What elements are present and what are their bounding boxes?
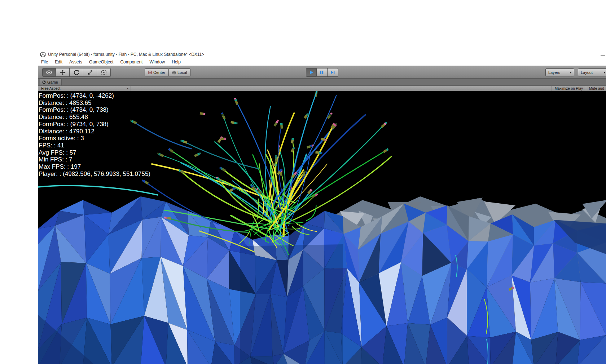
debug-line: Min FPS: : 7 bbox=[39, 156, 150, 163]
window-title: Unity Personal (64bit) - forms.unity - F… bbox=[48, 52, 204, 57]
rotate-tool-icon bbox=[74, 70, 79, 75]
debug-overlay: FormPos: : (4734, 0, -4262) Distance: : … bbox=[39, 92, 150, 177]
transform-tool-group bbox=[42, 68, 111, 77]
debug-line: Distance: : 4790.112 bbox=[39, 128, 150, 135]
debug-line: FormPos: : (9734, 0, 738) bbox=[39, 121, 150, 128]
layers-dropdown[interactable]: Layers ▾ bbox=[545, 68, 574, 76]
menu-component[interactable]: Component bbox=[120, 59, 142, 65]
playmode-group bbox=[306, 68, 338, 77]
step-icon bbox=[330, 70, 335, 75]
game-control-bar: Free Aspect ▾ Maximize on Play Mute aud bbox=[38, 86, 606, 91]
panel-tab-bar: Game bbox=[38, 79, 606, 86]
rect-tool-icon bbox=[101, 70, 107, 75]
chevron-down-icon: ▾ bbox=[604, 71, 605, 74]
aspect-label: Free Aspect bbox=[41, 86, 60, 90]
main-toolbar: Center Local bbox=[38, 66, 606, 79]
hand-tool-icon bbox=[46, 70, 52, 75]
unity-editor-window: Unity Personal (64bit) - forms.unity - F… bbox=[38, 50, 606, 364]
tab-game-label: Game bbox=[47, 80, 58, 84]
step-button[interactable] bbox=[328, 68, 338, 77]
game-viewport[interactable]: FormPos: : (4734, 0, -4262) Distance: : … bbox=[38, 91, 606, 364]
center-pivot-icon bbox=[148, 71, 152, 74]
game-view-icon bbox=[42, 80, 46, 84]
debug-line: FormPos: : (4734, 0, 738) bbox=[39, 106, 150, 114]
pause-button[interactable] bbox=[317, 68, 328, 77]
menu-bar: File Edit Assets GameObject Component Wi… bbox=[38, 58, 606, 66]
debug-line: Distance: : 655.48 bbox=[39, 114, 150, 121]
rotate-tool-button[interactable] bbox=[70, 68, 83, 77]
chevron-down-icon: ▾ bbox=[127, 87, 128, 90]
mute-audio-toggle[interactable]: Mute aud bbox=[586, 86, 606, 91]
menu-help[interactable]: Help bbox=[172, 59, 181, 65]
hand-tool-button[interactable] bbox=[42, 68, 56, 77]
rect-tool-button[interactable] bbox=[97, 68, 111, 77]
menu-window[interactable]: Window bbox=[149, 59, 165, 65]
debug-line: FPS: : 41 bbox=[39, 142, 150, 149]
pivot-center-button[interactable]: Center bbox=[145, 68, 169, 76]
pivot-space-group: Center Local bbox=[145, 68, 190, 76]
menu-gameobject[interactable]: GameObject bbox=[89, 59, 113, 65]
menu-file[interactable]: File bbox=[41, 59, 48, 65]
space-local-button[interactable]: Local bbox=[169, 68, 190, 76]
aspect-dropdown[interactable]: Free Aspect ▾ bbox=[38, 86, 131, 91]
minimize-button[interactable] bbox=[601, 56, 605, 56]
layout-dropdown[interactable]: Layout ▾ bbox=[578, 68, 606, 76]
debug-line: FormPos: : (4734, 0, -4262) bbox=[39, 92, 150, 99]
debug-line: Forms active: : 3 bbox=[39, 135, 150, 142]
local-space-icon bbox=[172, 71, 176, 75]
scale-tool-icon bbox=[87, 70, 93, 75]
move-tool-icon bbox=[60, 70, 66, 75]
unity-logo-icon bbox=[40, 52, 46, 57]
desktop: Unity Personal (64bit) - forms.unity - F… bbox=[0, 0, 606, 364]
tab-game[interactable]: Game bbox=[40, 79, 62, 85]
title-bar: Unity Personal (64bit) - forms.unity - F… bbox=[38, 50, 606, 58]
debug-line: Max FPS: : 197 bbox=[39, 163, 150, 170]
debug-line: Player: : (4982.506, 576.9933, 551.0755) bbox=[39, 170, 150, 178]
layers-label: Layers bbox=[548, 70, 560, 75]
pause-icon bbox=[319, 70, 324, 75]
debug-line: Avg FPS: : 57 bbox=[39, 149, 150, 156]
space-local-label: Local bbox=[177, 70, 187, 75]
scale-tool-button[interactable] bbox=[83, 68, 97, 77]
pivot-center-label: Center bbox=[153, 70, 165, 75]
layout-label: Layout bbox=[581, 70, 593, 75]
menu-assets[interactable]: Assets bbox=[69, 59, 82, 65]
play-button[interactable] bbox=[306, 68, 317, 77]
move-tool-button[interactable] bbox=[56, 68, 70, 77]
debug-line: Distance: : 4853.65 bbox=[39, 99, 150, 107]
maximize-on-play-toggle[interactable]: Maximize on Play bbox=[552, 86, 586, 91]
chevron-down-icon: ▾ bbox=[570, 71, 571, 74]
play-icon bbox=[309, 70, 314, 75]
menu-edit[interactable]: Edit bbox=[55, 59, 62, 65]
